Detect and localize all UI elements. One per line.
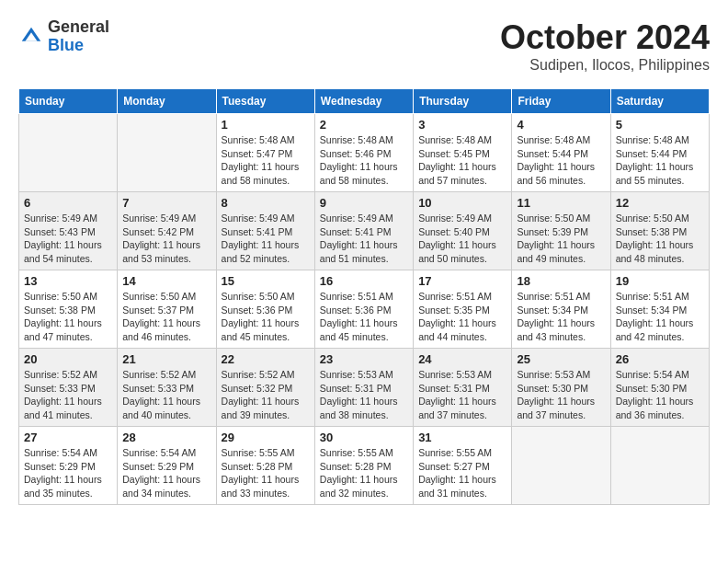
location-subtitle: Sudipen, Ilocos, Philippines	[500, 57, 710, 74]
calendar-cell: 18Sunrise: 5:51 AMSunset: 5:34 PMDayligh…	[512, 270, 610, 349]
day-number: 3	[418, 118, 506, 132]
calendar-cell: 22Sunrise: 5:52 AMSunset: 5:32 PMDayligh…	[216, 349, 314, 427]
day-detail: Sunrise: 5:49 AMSunset: 5:43 PMDaylight:…	[24, 212, 112, 266]
calendar-cell: 4Sunrise: 5:48 AMSunset: 5:44 PMDaylight…	[512, 114, 610, 192]
day-detail: Sunrise: 5:48 AMSunset: 5:47 PMDaylight:…	[222, 133, 310, 188]
calendar-cell	[118, 114, 216, 192]
day-detail: Sunrise: 5:48 AMSunset: 5:45 PMDaylight:…	[418, 133, 506, 188]
day-detail: Sunrise: 5:49 AMSunset: 5:42 PMDaylight:…	[122, 212, 210, 266]
day-number: 16	[320, 274, 408, 288]
day-number: 21	[122, 352, 210, 366]
calendar-cell: 3Sunrise: 5:48 AMSunset: 5:45 PMDaylight…	[414, 114, 512, 192]
calendar-cell: 30Sunrise: 5:55 AMSunset: 5:28 PMDayligh…	[314, 427, 413, 505]
day-number: 12	[616, 196, 704, 210]
day-number: 31	[418, 431, 506, 444]
day-detail: Sunrise: 5:55 AMSunset: 5:28 PMDaylight:…	[320, 446, 408, 500]
day-detail: Sunrise: 5:51 AMSunset: 5:36 PMDaylight:…	[320, 290, 408, 344]
day-number: 18	[517, 274, 605, 288]
day-number: 6	[24, 196, 112, 210]
day-detail: Sunrise: 5:50 AMSunset: 5:38 PMDaylight:…	[616, 212, 704, 266]
calendar-cell: 11Sunrise: 5:50 AMSunset: 5:39 PMDayligh…	[512, 192, 610, 270]
day-number: 29	[222, 431, 310, 444]
day-number: 30	[320, 431, 408, 444]
day-detail: Sunrise: 5:53 AMSunset: 5:31 PMDaylight:…	[418, 368, 506, 422]
title-block: October 2024 Sudipen, Ilocos, Philippine…	[500, 18, 710, 74]
day-detail: Sunrise: 5:52 AMSunset: 5:33 PMDaylight:…	[122, 368, 210, 422]
calendar-cell: 31Sunrise: 5:55 AMSunset: 5:27 PMDayligh…	[414, 427, 512, 505]
calendar-week-row: 1Sunrise: 5:48 AMSunset: 5:47 PMDaylight…	[19, 114, 710, 192]
day-number: 28	[122, 431, 210, 444]
logo-general-text: General	[48, 18, 109, 37]
calendar-week-row: 13Sunrise: 5:50 AMSunset: 5:38 PMDayligh…	[19, 270, 710, 349]
calendar-cell: 1Sunrise: 5:48 AMSunset: 5:47 PMDaylight…	[216, 114, 314, 192]
calendar-cell: 2Sunrise: 5:48 AMSunset: 5:46 PMDaylight…	[314, 114, 413, 192]
calendar-cell: 15Sunrise: 5:50 AMSunset: 5:36 PMDayligh…	[216, 270, 314, 349]
weekday-header-tuesday: Tuesday	[216, 89, 314, 114]
day-number: 26	[616, 352, 704, 366]
day-detail: Sunrise: 5:52 AMSunset: 5:33 PMDaylight:…	[24, 368, 112, 422]
calendar-cell: 12Sunrise: 5:50 AMSunset: 5:38 PMDayligh…	[610, 192, 709, 270]
day-detail: Sunrise: 5:50 AMSunset: 5:37 PMDaylight:…	[122, 290, 210, 344]
day-detail: Sunrise: 5:53 AMSunset: 5:30 PMDaylight:…	[517, 368, 605, 422]
weekday-header-wednesday: Wednesday	[314, 89, 413, 114]
weekday-header-friday: Friday	[512, 89, 610, 114]
calendar-cell: 13Sunrise: 5:50 AMSunset: 5:38 PMDayligh…	[19, 270, 118, 349]
calendar-cell: 10Sunrise: 5:49 AMSunset: 5:40 PMDayligh…	[414, 192, 512, 270]
day-detail: Sunrise: 5:50 AMSunset: 5:38 PMDaylight:…	[24, 290, 112, 344]
day-detail: Sunrise: 5:54 AMSunset: 5:29 PMDaylight:…	[122, 446, 210, 500]
calendar-table: SundayMondayTuesdayWednesdayThursdayFrid…	[18, 88, 710, 505]
calendar-cell: 19Sunrise: 5:51 AMSunset: 5:34 PMDayligh…	[610, 270, 709, 349]
calendar-cell: 17Sunrise: 5:51 AMSunset: 5:35 PMDayligh…	[414, 270, 512, 349]
day-number: 19	[616, 274, 704, 288]
day-number: 2	[320, 118, 408, 132]
day-detail: Sunrise: 5:49 AMSunset: 5:41 PMDaylight:…	[222, 212, 310, 266]
calendar-cell: 16Sunrise: 5:51 AMSunset: 5:36 PMDayligh…	[314, 270, 413, 349]
day-number: 24	[418, 352, 506, 366]
day-detail: Sunrise: 5:50 AMSunset: 5:39 PMDaylight:…	[517, 212, 605, 266]
calendar-cell: 29Sunrise: 5:55 AMSunset: 5:28 PMDayligh…	[216, 427, 314, 505]
logo: General Blue	[18, 18, 109, 55]
calendar-cell: 27Sunrise: 5:54 AMSunset: 5:29 PMDayligh…	[19, 427, 118, 505]
day-detail: Sunrise: 5:53 AMSunset: 5:31 PMDaylight:…	[320, 368, 408, 422]
calendar-week-row: 6Sunrise: 5:49 AMSunset: 5:43 PMDaylight…	[19, 192, 710, 270]
calendar-week-row: 27Sunrise: 5:54 AMSunset: 5:29 PMDayligh…	[19, 427, 710, 505]
calendar-week-row: 20Sunrise: 5:52 AMSunset: 5:33 PMDayligh…	[19, 349, 710, 427]
day-detail: Sunrise: 5:48 AMSunset: 5:46 PMDaylight:…	[320, 133, 408, 188]
day-detail: Sunrise: 5:48 AMSunset: 5:44 PMDaylight:…	[517, 133, 605, 188]
day-number: 23	[320, 352, 408, 366]
day-number: 7	[122, 196, 210, 210]
weekday-header-thursday: Thursday	[414, 89, 512, 114]
calendar-cell: 14Sunrise: 5:50 AMSunset: 5:37 PMDayligh…	[118, 270, 216, 349]
day-detail: Sunrise: 5:51 AMSunset: 5:34 PMDaylight:…	[517, 290, 605, 344]
day-detail: Sunrise: 5:54 AMSunset: 5:30 PMDaylight:…	[616, 368, 704, 422]
calendar-cell	[512, 427, 610, 505]
weekday-header-monday: Monday	[118, 89, 216, 114]
calendar-cell: 7Sunrise: 5:49 AMSunset: 5:42 PMDaylight…	[118, 192, 216, 270]
day-detail: Sunrise: 5:55 AMSunset: 5:27 PMDaylight:…	[418, 446, 506, 500]
day-detail: Sunrise: 5:48 AMSunset: 5:44 PMDaylight:…	[616, 133, 704, 188]
day-number: 14	[122, 274, 210, 288]
day-number: 1	[222, 118, 310, 132]
calendar-cell: 24Sunrise: 5:53 AMSunset: 5:31 PMDayligh…	[414, 349, 512, 427]
calendar-cell: 8Sunrise: 5:49 AMSunset: 5:41 PMDaylight…	[216, 192, 314, 270]
calendar-cell: 20Sunrise: 5:52 AMSunset: 5:33 PMDayligh…	[19, 349, 118, 427]
calendar-cell: 25Sunrise: 5:53 AMSunset: 5:30 PMDayligh…	[512, 349, 610, 427]
day-detail: Sunrise: 5:54 AMSunset: 5:29 PMDaylight:…	[24, 446, 112, 500]
calendar-cell: 23Sunrise: 5:53 AMSunset: 5:31 PMDayligh…	[314, 349, 413, 427]
day-detail: Sunrise: 5:55 AMSunset: 5:28 PMDaylight:…	[222, 446, 310, 500]
day-detail: Sunrise: 5:49 AMSunset: 5:41 PMDaylight:…	[320, 212, 408, 266]
calendar-cell: 26Sunrise: 5:54 AMSunset: 5:30 PMDayligh…	[610, 349, 709, 427]
day-number: 8	[222, 196, 310, 210]
calendar-cell: 6Sunrise: 5:49 AMSunset: 5:43 PMDaylight…	[19, 192, 118, 270]
weekday-header-sunday: Sunday	[19, 89, 118, 114]
day-detail: Sunrise: 5:50 AMSunset: 5:36 PMDaylight:…	[222, 290, 310, 344]
logo-blue-text: Blue	[48, 37, 109, 55]
page-header: General Blue October 2024 Sudipen, Iloco…	[18, 18, 710, 74]
logo-icon	[18, 24, 44, 50]
calendar-cell	[19, 114, 118, 192]
day-number: 25	[517, 352, 605, 366]
weekday-header-saturday: Saturday	[610, 89, 709, 114]
logo-text: General Blue	[48, 18, 109, 55]
day-number: 17	[418, 274, 506, 288]
day-detail: Sunrise: 5:52 AMSunset: 5:32 PMDaylight:…	[222, 368, 310, 422]
